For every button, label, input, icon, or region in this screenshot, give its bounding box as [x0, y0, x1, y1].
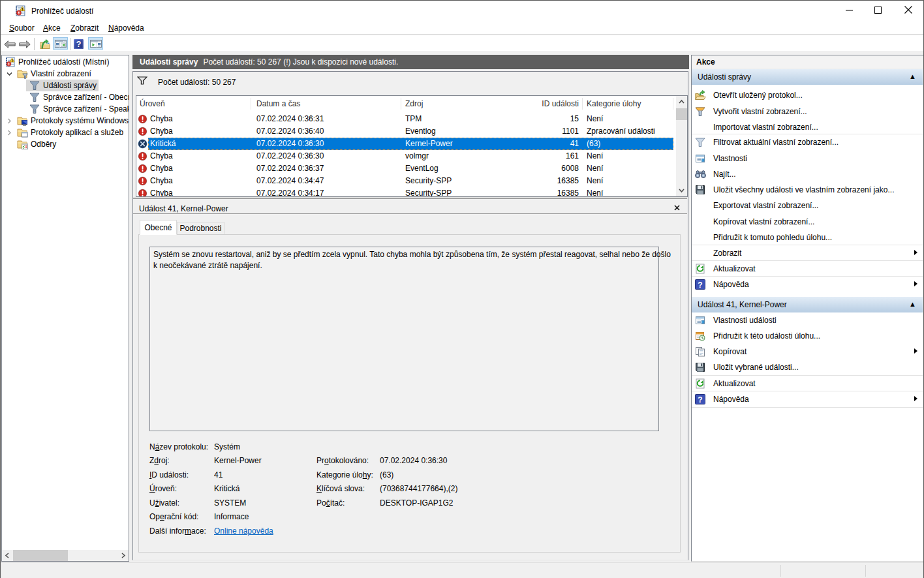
svg-text:?: ?: [698, 281, 702, 290]
svg-text:?: ?: [76, 40, 82, 49]
svg-text:?: ?: [698, 395, 702, 404]
